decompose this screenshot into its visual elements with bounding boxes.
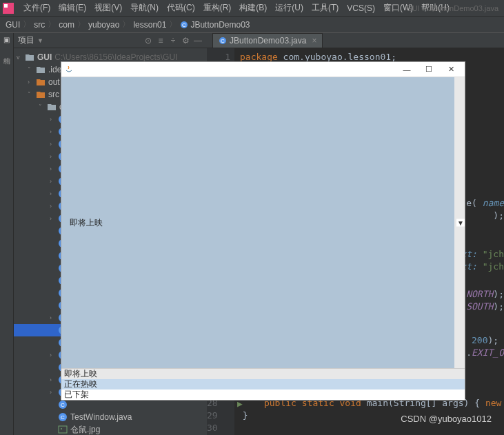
breadcrumb-part[interactable]: src xyxy=(34,20,45,30)
left-gutter: ▣ 结构 xyxy=(0,33,14,435)
window-title: GUI – JButtonDemo03.java xyxy=(406,4,498,12)
java-icon: C xyxy=(58,400,68,409)
close-button[interactable]: ✕ xyxy=(440,63,462,77)
editor-tab[interactable]: C JButtonDemo03.java × xyxy=(212,33,323,48)
locate-icon[interactable]: ⊙ xyxy=(143,36,153,45)
menu-build[interactable]: 构建(B) xyxy=(235,2,271,14)
combo-option[interactable]: 已下架 xyxy=(61,390,465,400)
gear-icon[interactable]: ⚙ xyxy=(181,36,190,45)
minimize-button[interactable]: — xyxy=(396,63,418,77)
d|dropdown-arrow-icon[interactable]: ▼ xyxy=(456,219,465,227)
breadcrumb-part[interactable]: yuboyao xyxy=(88,20,119,30)
svg-text:C: C xyxy=(183,22,187,28)
breadcrumb: GUI〉 src〉 com〉 yuboyao〉 lesson01〉 C JBut… xyxy=(0,17,504,33)
java-cup-icon xyxy=(64,65,74,74)
menu-edit[interactable]: 编辑(E) xyxy=(54,2,90,14)
svg-point-55 xyxy=(61,428,62,429)
folder-icon xyxy=(47,102,57,112)
folder-icon xyxy=(36,65,46,74)
svg-text:C: C xyxy=(61,402,65,408)
breadcrumb-part[interactable]: JButtonDemo03 xyxy=(190,20,250,30)
combo-option[interactable]: 正在热映 xyxy=(61,379,465,390)
folder-orange-icon xyxy=(36,77,46,87)
breadcrumb-part[interactable]: GUI xyxy=(6,20,20,30)
editor-tabs: C JButtonDemo03.java × xyxy=(207,33,504,48)
project-tool-icon[interactable]: ▣ xyxy=(3,36,10,43)
folder-orange-icon xyxy=(36,90,46,99)
app-logo-icon xyxy=(3,3,14,14)
maximize-button[interactable]: ☐ xyxy=(418,63,440,77)
img-icon xyxy=(58,425,68,434)
center-label: 即将上映 xyxy=(70,217,103,229)
svg-rect-1 xyxy=(4,4,8,8)
collapse-icon[interactable]: ÷ xyxy=(168,36,178,45)
watermark: CSDN @yuboyao1012 xyxy=(401,414,492,424)
java-class-icon: C xyxy=(219,37,227,45)
java-class-icon: C xyxy=(180,21,188,29)
menu-run[interactable]: 运行(U) xyxy=(271,2,308,14)
project-title: 项目 xyxy=(18,34,34,46)
svg-text:C: C xyxy=(61,414,65,421)
window-titlebar[interactable]: — ☐ ✕ xyxy=(61,62,465,77)
chevron-down-icon[interactable]: ▼ xyxy=(37,37,43,44)
project-panel-header: 项目 ▼ ⊙ ≡ ÷ ⚙ — xyxy=(14,33,207,48)
tree-node[interactable]: C TestWindow.java xyxy=(14,411,207,423)
menu-bar: 文件(F) 编辑(E) 视图(V) 导航(N) 代码(C) 重构(R) 构建(B… xyxy=(0,0,504,17)
hide-icon[interactable]: — xyxy=(193,36,203,45)
tree-node[interactable]: 仓鼠.jpg xyxy=(14,423,207,435)
menu-code[interactable]: 代码(C) xyxy=(163,2,199,14)
expand-icon[interactable]: ≡ xyxy=(156,36,165,45)
breadcrumb-part[interactable]: com xyxy=(59,20,74,30)
svg-text:C: C xyxy=(221,38,225,44)
java-app-window[interactable]: — ☐ ✕ 即将上映 ▼ 即将上映 正在热映 已下架 xyxy=(61,61,465,401)
combobox-popup[interactable]: 即将上映 正在热映 已下架 xyxy=(61,368,465,400)
svg-rect-54 xyxy=(59,426,67,433)
menu-refactor[interactable]: 重构(R) xyxy=(199,2,236,14)
menu-tools[interactable]: 工具(T) xyxy=(308,2,343,14)
combo-selected[interactable]: 即将上映 xyxy=(61,369,465,379)
menu-file[interactable]: 文件(F) xyxy=(19,2,54,14)
window-content: 即将上映 ▼ xyxy=(61,77,465,368)
menu-view[interactable]: 视图(V) xyxy=(90,2,126,14)
java-icon: C xyxy=(58,412,68,422)
breadcrumb-part[interactable]: lesson01 xyxy=(133,20,166,30)
close-icon[interactable]: × xyxy=(312,36,316,45)
tab-label: JButtonDemo03.java xyxy=(230,36,306,45)
menu-navigate[interactable]: 导航(N) xyxy=(126,2,163,14)
menu-vcs[interactable]: VCS(S) xyxy=(343,3,379,13)
